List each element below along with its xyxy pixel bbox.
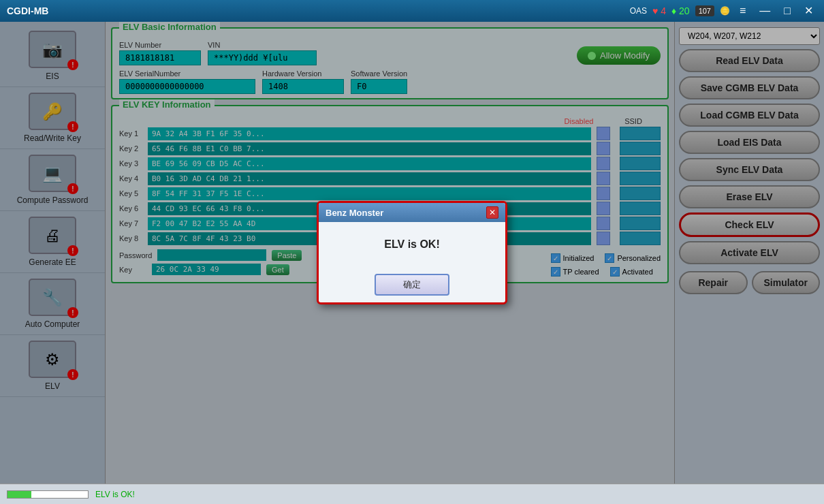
- status-text: ELV is OK!: [95, 490, 135, 499]
- modal-overlay: Benz Monster ✕ ELV is OK! 确定: [0, 22, 824, 484]
- progress-bar-bg: [7, 490, 89, 499]
- close-button[interactable]: ✕: [800, 0, 817, 22]
- modal-message: ELV is OK!: [384, 238, 440, 250]
- statusbar: ELV is OK!: [0, 484, 824, 504]
- app-title: CGDI-MB: [7, 5, 630, 16]
- diamond-red: ♥ 4: [652, 5, 666, 16]
- coin-icon: 🪙: [720, 6, 730, 16]
- diamond-green: ♦ 20: [671, 5, 690, 16]
- titlebar: CGDI-MB OAS ♥ 4 ♦ 20 107 🪙 ≡ — □ ✕: [0, 0, 824, 22]
- counter-box: 107: [695, 5, 714, 16]
- minimize-button[interactable]: —: [755, 0, 774, 22]
- modal-title: Benz Monster: [326, 208, 383, 218]
- oas-label: OAS: [630, 6, 647, 16]
- modal-content: ELV is OK!: [319, 222, 505, 267]
- confirm-button[interactable]: 确定: [375, 274, 449, 296]
- modal-box: Benz Monster ✕ ELV is OK! 确定: [317, 201, 507, 304]
- menu-button[interactable]: ≡: [735, 0, 750, 22]
- maximize-button[interactable]: □: [780, 0, 795, 22]
- titlebar-right: OAS ♥ 4 ♦ 20 107 🪙 ≡ — □ ✕: [630, 0, 817, 22]
- modal-close-button[interactable]: ✕: [486, 206, 498, 219]
- modal-footer: 确定: [319, 267, 505, 302]
- progress-fill: [7, 491, 31, 498]
- modal-titlebar: Benz Monster ✕: [319, 203, 505, 222]
